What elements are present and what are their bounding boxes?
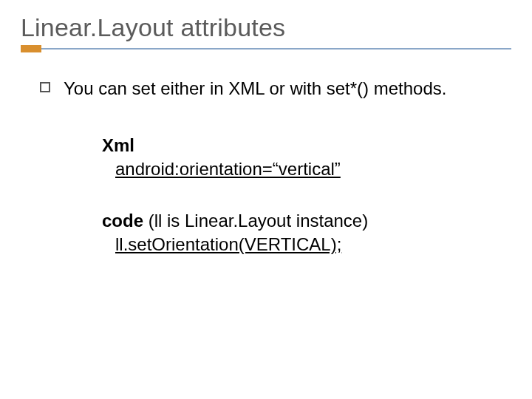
slide: Linear.Layout attributes You can set eit… bbox=[0, 0, 532, 399]
square-bullet-icon bbox=[40, 82, 50, 92]
xml-code-line: android:orientation=“vertical” bbox=[115, 159, 511, 180]
rule-line bbox=[21, 48, 511, 50]
bullet-text: You can set either in XML or with set*()… bbox=[64, 78, 446, 100]
code-label-note: (ll is Linear.Layout instance) bbox=[143, 211, 368, 231]
rule-accent bbox=[21, 45, 41, 52]
xml-label: Xml bbox=[102, 135, 134, 155]
slide-body: You can set either in XML or with set*()… bbox=[21, 78, 511, 255]
slide-title: Linear.Layout attributes bbox=[21, 13, 511, 42]
code-code-line: ll.setOrientation(VERTICAL); bbox=[115, 234, 511, 255]
bullet-item: You can set either in XML or with set*()… bbox=[40, 78, 511, 100]
title-rule bbox=[21, 45, 511, 52]
xml-block: Xml android:orientation=“vertical” bbox=[102, 135, 511, 180]
code-block: code (ll is Linear.Layout instance) ll.s… bbox=[102, 211, 511, 255]
code-label: code bbox=[102, 211, 143, 231]
